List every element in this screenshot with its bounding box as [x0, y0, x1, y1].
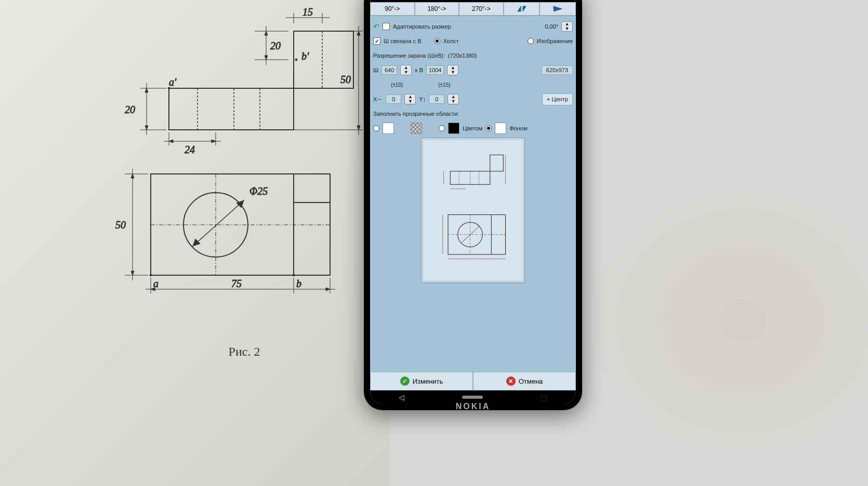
height-label: х В — [415, 67, 423, 73]
fill-bg-label: Фоном — [509, 125, 527, 131]
phone-frame: 18:52 ◥ ⏰ ⊘ ▽ ◢ ▮ 90°-> 180°-> 270°-> ↶ — [364, 0, 582, 410]
nav-recent-button[interactable]: ▢ — [541, 393, 547, 401]
swatch-black[interactable] — [448, 123, 459, 134]
canvas-label: Холст — [443, 38, 459, 44]
x-label: X↔ — [373, 96, 383, 102]
swatch-checker[interactable] — [411, 123, 422, 134]
fill-none-radio[interactable] — [373, 125, 379, 131]
x-stepper[interactable]: ▲▼ — [404, 94, 416, 104]
nav-back-button[interactable]: ◁ — [399, 393, 404, 401]
dim-24: 24 — [185, 144, 195, 155]
preview-drawing — [431, 143, 515, 278]
nav-home-button[interactable] — [462, 396, 483, 399]
x-value[interactable]: 0 — [386, 95, 401, 104]
settings-panel: ↶ Адаптировать размер 0,00° ▲▼ Ш связана… — [370, 16, 576, 372]
dim-50a: 50 — [340, 74, 351, 85]
dim-75: 75 — [231, 278, 242, 289]
svg-point-22 — [168, 87, 170, 89]
y-value[interactable]: 0 — [429, 95, 444, 104]
phone-screen: 18:52 ◥ ⏰ ⊘ ▽ ◢ ▮ 90°-> 180°-> 270°-> ↶ — [370, 0, 576, 404]
svg-line-27 — [192, 200, 244, 247]
dim-15: 15 — [303, 6, 313, 18]
figure-caption: Рис. 2 — [114, 345, 374, 359]
output-res-value: 620x973 — [542, 65, 573, 75]
dim-phi25: Φ25 — [249, 185, 268, 197]
technical-drawing: 15 20 50 20 — [114, 10, 374, 359]
angle-stepper[interactable]: ▲▼ — [561, 21, 573, 32]
image-radio[interactable] — [528, 38, 534, 44]
rotate-270-button[interactable]: 270°-> — [459, 2, 504, 16]
cancel-button[interactable]: ✕ Отмена — [473, 372, 576, 390]
point-a: a — [153, 278, 159, 289]
preview-area[interactable] — [421, 138, 525, 283]
width-stepper[interactable]: ▲▼ — [400, 65, 412, 75]
y-stepper[interactable]: ▲▼ — [448, 94, 459, 104]
angle-value: 0,00° — [545, 23, 558, 30]
point-a-prime: a' — [169, 76, 177, 88]
svg-point-37 — [150, 274, 152, 276]
drawing-svg: 15 20 50 20 — [114, 10, 374, 332]
check-icon: ✓ — [400, 376, 410, 386]
fill-transparent-label: Заполнить прозрачные области: — [373, 111, 459, 117]
fill-color-radio[interactable] — [439, 125, 445, 131]
close-icon: ✕ — [506, 376, 516, 386]
swatch-white[interactable] — [383, 123, 394, 134]
flip-horizontal-button[interactable] — [504, 2, 540, 16]
canvas-radio[interactable] — [434, 38, 440, 44]
y-label: Y↕ — [419, 96, 426, 102]
hand-overlay — [556, 156, 868, 486]
dim-20a: 20 — [270, 40, 281, 51]
screen-res-value: (720х1380) — [448, 52, 477, 59]
svg-point-21 — [295, 59, 297, 61]
svg-point-38 — [293, 274, 295, 276]
fill-bg-radio[interactable] — [485, 125, 492, 131]
rotate-toolbar: 90°-> 180°-> 270°-> — [370, 2, 576, 16]
width-value[interactable]: 640 — [382, 65, 397, 75]
svg-line-50 — [462, 226, 480, 243]
swatch-bg[interactable] — [495, 123, 506, 134]
point-b-prime: b' — [301, 50, 309, 62]
image-label: Изображение — [537, 38, 573, 44]
width-step-hint: (±10) — [391, 82, 403, 88]
adapt-size-checkbox[interactable] — [383, 23, 390, 30]
link-wh-checkbox[interactable] — [373, 37, 380, 45]
width-label: Ш — [373, 67, 378, 73]
dim-20b: 20 — [125, 104, 135, 115]
center-button[interactable]: ⌖ Центр — [542, 93, 573, 105]
height-step-hint: (±15) — [438, 82, 450, 88]
flip-vertical-button[interactable] — [540, 2, 576, 16]
rotate-90-button[interactable]: 90°-> — [370, 2, 415, 16]
phone-brand-label: NOKIA — [456, 402, 491, 411]
dim-50b: 50 — [115, 219, 126, 231]
adapt-size-label: Адаптировать размер — [393, 23, 451, 30]
crosshair-icon: ⌖ — [547, 96, 550, 103]
action-bar: ✓ Изменить ✕ Отмена — [370, 372, 576, 390]
link-wh-label: Ш связана с В — [384, 38, 422, 44]
point-b: b — [296, 278, 301, 289]
fill-color-label: Цветом — [463, 125, 482, 131]
apply-button[interactable]: ✓ Изменить — [370, 372, 473, 390]
undo-icon[interactable]: ↶ — [373, 22, 379, 31]
screen-res-label: Разрешение экрана (ШхВ): — [373, 52, 445, 59]
paper-background: 15 20 50 20 — [0, 0, 390, 486]
height-stepper[interactable]: ▲▼ — [447, 65, 458, 75]
height-value[interactable]: 1004 — [426, 65, 444, 75]
rotate-180-button[interactable]: 180°-> — [415, 2, 459, 16]
